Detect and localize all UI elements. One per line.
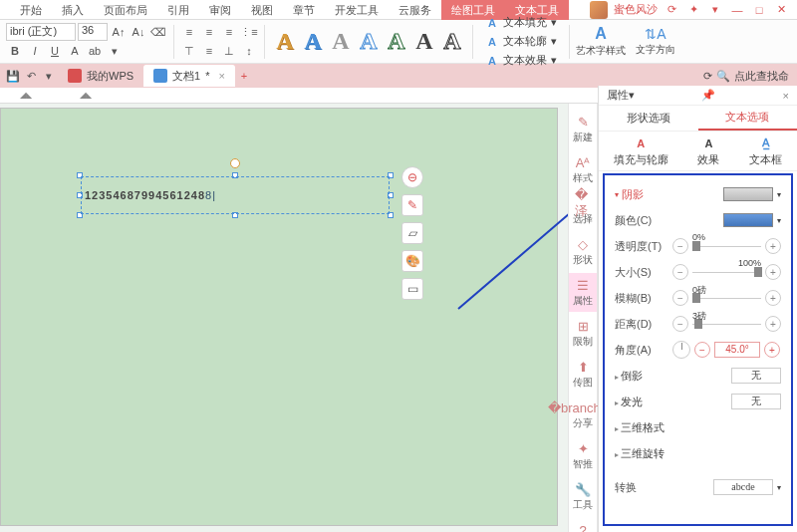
proptab-shape[interactable]: 形状选项 <box>599 106 698 131</box>
blur-minus[interactable]: − <box>672 290 688 306</box>
angle-wheel[interactable] <box>672 341 690 359</box>
side-style[interactable]: Aᴬ样式 <box>569 150 597 189</box>
size-minus[interactable]: − <box>672 264 688 280</box>
section-3dfmt[interactable]: 三维格式 <box>615 420 664 435</box>
wordart-preset-7[interactable]: A <box>438 27 466 57</box>
float-edit-icon[interactable]: ✎ <box>401 194 423 216</box>
maximize-icon[interactable]: □ <box>751 2 767 18</box>
shrink-font-icon[interactable]: A↓ <box>130 23 147 41</box>
spacing-icon[interactable]: ↕ <box>240 42 258 60</box>
bullets-icon[interactable]: ⋮≡ <box>240 23 258 41</box>
wordart-preset-1[interactable]: A <box>271 27 299 57</box>
wordart-preset-3[interactable]: A <box>327 27 355 57</box>
side-share[interactable]: �branching分享 <box>569 396 597 434</box>
angle-value[interactable]: 45.0° <box>714 342 760 358</box>
minimize-icon[interactable]: — <box>729 2 745 18</box>
dist-slider[interactable]: 3磅 <box>692 316 761 332</box>
text-fill-button[interactable]: A文本填充▾ <box>479 13 563 32</box>
float-fill-icon[interactable]: 🎨 <box>401 250 423 272</box>
side-select[interactable]: �泽选择 <box>569 191 597 230</box>
highlight-button[interactable]: ab <box>86 42 104 60</box>
align-right-icon[interactable]: ≡ <box>220 23 238 41</box>
section-shadow[interactable]: 阴影 <box>615 187 644 202</box>
trans-slider[interactable]: 0% <box>692 238 761 254</box>
font-size-select[interactable]: 36 <box>78 23 108 41</box>
tab-dev[interactable]: 开发工具 <box>325 0 389 20</box>
float-layout-icon[interactable]: ▱ <box>401 222 423 244</box>
angle-minus[interactable]: − <box>694 342 710 358</box>
reflect-value[interactable]: 无 <box>731 368 781 384</box>
redo-icon[interactable]: ▾ <box>40 67 58 85</box>
font-name-select[interactable]: ibri (正文) <box>6 23 76 41</box>
tab-review[interactable]: 审阅 <box>199 0 241 20</box>
side-tools[interactable]: 🔧工具 <box>569 477 597 516</box>
side-upload[interactable]: ⬆传图 <box>569 355 597 394</box>
section-3drot[interactable]: 三维旋转 <box>615 446 664 461</box>
refresh-icon[interactable]: ⟳ <box>703 70 712 83</box>
textbox-selected[interactable]: 123546879945612488| <box>81 176 390 214</box>
side-help[interactable]: ?帮助 <box>569 518 597 532</box>
more-font-icon[interactable]: ▾ <box>106 42 124 60</box>
textbox-content[interactable]: 123546879945612488| <box>81 176 390 214</box>
close-icon[interactable]: ✕ <box>773 2 789 18</box>
size-plus[interactable]: + <box>765 264 781 280</box>
tab-layout[interactable]: 页面布局 <box>94 0 157 20</box>
shadow-color[interactable] <box>723 213 773 227</box>
pin-icon[interactable]: 📌 <box>701 89 715 102</box>
subtab-textbox[interactable]: A̲文本框 <box>749 135 782 167</box>
grow-font-icon[interactable]: A↑ <box>110 23 128 41</box>
shadow-preset[interactable] <box>723 187 773 201</box>
tab-ref[interactable]: 引用 <box>157 0 199 20</box>
tab-cloud[interactable]: 云服务 <box>389 0 441 20</box>
new-tab-icon[interactable]: + <box>235 67 253 85</box>
text-effect-button[interactable]: A文本效果▾ <box>479 51 563 70</box>
angle-plus[interactable]: + <box>764 342 780 358</box>
tab-start[interactable]: 开始 <box>10 0 52 20</box>
tab-insert[interactable]: 插入 <box>52 0 94 20</box>
wordart-preset-4[interactable]: A <box>355 27 383 57</box>
dropdown-icon[interactable]: ▾ <box>707 2 723 18</box>
cat-icon[interactable]: ✦ <box>685 2 701 18</box>
side-new[interactable]: ✎新建 <box>569 110 597 148</box>
valign-top-icon[interactable]: ⊤ <box>180 42 198 60</box>
wordart-style-button[interactable]: A 艺术字样式 <box>576 25 626 58</box>
trans-plus[interactable]: + <box>765 238 781 254</box>
rotate-handle[interactable] <box>230 158 240 168</box>
page[interactable]: 123546879945612488| ⊖ ✎ ▱ 🎨 ▭ <box>0 108 558 526</box>
blur-plus[interactable]: + <box>765 290 781 306</box>
subtab-effect[interactable]: A效果 <box>697 135 719 167</box>
section-reflect[interactable]: 倒影 <box>615 369 643 384</box>
sync-icon[interactable]: ⟳ <box>664 2 679 18</box>
save-icon[interactable]: 💾 <box>4 67 22 85</box>
side-smart[interactable]: ✦智推 <box>569 436 597 475</box>
section-glow[interactable]: 发光 <box>615 395 643 409</box>
undo-icon[interactable]: ↶ <box>22 67 40 85</box>
avatar[interactable] <box>590 1 608 19</box>
tab-section[interactable]: 章节 <box>283 0 325 20</box>
tab-mywps[interactable]: 我的WPS <box>58 65 143 87</box>
float-delete-icon[interactable]: ⊖ <box>401 166 423 188</box>
float-outline-icon[interactable]: ▭ <box>401 278 423 300</box>
valign-mid-icon[interactable]: ≡ <box>200 42 218 60</box>
align-left-icon[interactable]: ≡ <box>180 23 198 41</box>
underline-button[interactable]: U <box>46 42 64 60</box>
valign-bot-icon[interactable]: ⊥ <box>220 42 238 60</box>
blur-slider[interactable]: 0磅 <box>692 290 761 306</box>
side-limit[interactable]: ⊞限制 <box>569 314 597 353</box>
trans-minus[interactable]: − <box>672 238 688 254</box>
dist-plus[interactable]: + <box>765 316 781 332</box>
clear-format-icon[interactable]: ⌫ <box>149 23 167 41</box>
subtab-fill[interactable]: A填充与轮廓 <box>614 135 668 167</box>
size-slider[interactable]: 100% <box>692 264 761 280</box>
italic-button[interactable]: I <box>26 42 44 60</box>
side-shape[interactable]: ◇形状 <box>569 232 597 271</box>
search-hint[interactable]: ⟳ 🔍 点此查找命 <box>703 69 793 84</box>
tab-doc1[interactable]: 文档1*× <box>143 65 235 87</box>
close-tab-icon[interactable]: × <box>218 70 224 82</box>
wordart-preset-6[interactable]: A <box>410 27 438 57</box>
side-props[interactable]: ☰属性 <box>569 273 597 312</box>
tab-view[interactable]: 视图 <box>241 0 283 20</box>
text-outline-button[interactable]: A文本轮廓▾ <box>479 32 563 51</box>
font-color-button[interactable]: A <box>66 42 84 60</box>
wordart-preset-2[interactable]: A <box>299 27 327 57</box>
